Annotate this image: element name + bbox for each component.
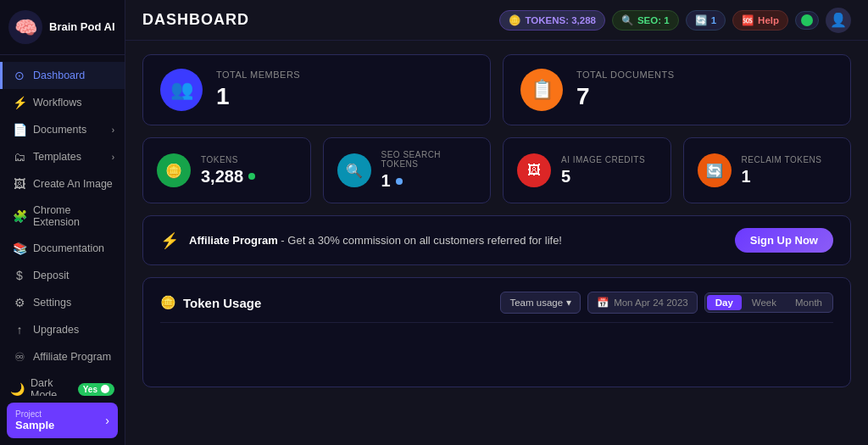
dashboard-content: 👥 TOTAL MEMBERS 1 📋 TOTAL DOCUMENTS 7 xyxy=(125,41,868,401)
workflows-icon: ⚡ xyxy=(13,96,26,109)
sidebar-item-create-image[interactable]: 🖼 Create An Image xyxy=(0,170,125,197)
moon-icon: 🌙 xyxy=(10,382,24,396)
ai-image-value: 5 xyxy=(561,167,645,186)
toggle-value: Yes xyxy=(83,385,97,394)
sidebar-item-label: Create An Image xyxy=(33,178,113,190)
chevron-right-icon: › xyxy=(112,125,114,135)
mini-stats-row: 🪙 TOKENS 3,288 🔍 SEO SEARCH TOKENS xyxy=(142,137,851,203)
period-tab-week[interactable]: Week xyxy=(743,295,785,310)
project-label: Project xyxy=(15,409,54,419)
help-icon: 🆘 xyxy=(742,14,754,26)
seo-tokens-card: 🔍 SEO SEARCH TOKENS 1 xyxy=(323,137,492,203)
total-documents-card: 📋 TOTAL DOCUMENTS 7 xyxy=(503,54,851,125)
documents-icon-circle: 📋 xyxy=(520,69,563,111)
ai-image-label: AI IMAGE CREDITS xyxy=(561,155,645,164)
period-tab-day[interactable]: Day xyxy=(707,295,742,310)
sidebar-item-documents[interactable]: 📄 Documents › xyxy=(0,116,125,143)
members-icon-circle: 👥 xyxy=(160,69,203,111)
sidebar-item-dashboard[interactable]: ⊙ Dashboard xyxy=(0,62,125,89)
members-info: TOTAL MEMBERS 1 xyxy=(216,70,300,110)
date-display: 📅 Mon Apr 24 2023 xyxy=(587,292,698,314)
dark-mode-label: Dark Mode xyxy=(31,377,71,396)
coins-icon: 🪙 xyxy=(509,14,520,26)
topbar-actions: 🪙 TOKENS: 3,288 🔍 SEO: 1 🔄 1 🆘 Help 👤 xyxy=(499,8,851,33)
signup-button[interactable]: Sign Up Now xyxy=(735,228,833,253)
project-name: Sample xyxy=(15,419,54,431)
svg-text:🧠: 🧠 xyxy=(14,16,38,39)
brain-pod-logo-icon: 🧠 xyxy=(8,10,42,44)
stats-row: 👥 TOTAL MEMBERS 1 📋 TOTAL DOCUMENTS 7 xyxy=(142,54,851,125)
token-usage-card: 🪙 Token Usage Team usage ▾ 📅 Mon Apr 24 … xyxy=(142,277,851,387)
docs-icon: 📚 xyxy=(13,242,26,255)
sync-badge[interactable]: 🔄 1 xyxy=(686,10,726,31)
token-usage-title: 🪙 Token Usage xyxy=(160,295,261,310)
documents-info: TOTAL DOCUMENTS 7 xyxy=(576,70,674,110)
seo-search-icon: 🔍 xyxy=(346,163,363,179)
seo-icon-circle: 🔍 xyxy=(337,153,371,187)
members-value: 1 xyxy=(216,83,300,110)
dark-mode-toggle[interactable]: Yes xyxy=(78,383,114,396)
affiliate-text: Affiliate Program - Get a 30% commission… xyxy=(189,234,725,247)
sidebar-item-affiliate[interactable]: ♾ Affiliate Program xyxy=(0,343,125,370)
affiliate-rest: - Get a 30% commission on all customers … xyxy=(278,234,562,247)
token-usage-title-text: Token Usage xyxy=(183,296,261,310)
ai-image-card: 🖼 AI IMAGE CREDITS 5 xyxy=(503,137,671,203)
ai-image-icon-circle: 🖼 xyxy=(517,153,551,187)
token-usage-controls: Team usage ▾ 📅 Mon Apr 24 2023 Day Week … xyxy=(500,292,833,314)
sidebar-item-deposit[interactable]: $ Deposit xyxy=(0,262,125,289)
page-title: DASHBOARD xyxy=(142,11,249,29)
tokens-icon: 🪙 xyxy=(165,163,182,179)
seo-badge[interactable]: 🔍 SEO: 1 xyxy=(612,10,679,31)
user-icon: 👤 xyxy=(830,12,847,28)
chevron-down-icon: ▾ xyxy=(566,297,571,309)
ai-image-info: AI IMAGE CREDITS 5 xyxy=(561,155,645,186)
sidebar: 🧠 Brain Pod AI ⊙ Dashboard ⚡ Workflows 📄… xyxy=(0,0,125,445)
tokens-value: TOKENS: 3,288 xyxy=(525,15,596,25)
help-label: Help xyxy=(758,15,779,25)
token-usage-header: 🪙 Token Usage Team usage ▾ 📅 Mon Apr 24 … xyxy=(160,292,833,314)
user-avatar[interactable]: 👤 xyxy=(826,8,851,33)
sync-icon: 🔄 xyxy=(695,14,707,26)
documents-label: TOTAL DOCUMENTS xyxy=(576,70,674,80)
green-indicator xyxy=(248,173,255,180)
team-usage-label: Team usage xyxy=(509,298,563,308)
sidebar-item-workflows[interactable]: ⚡ Workflows xyxy=(0,89,125,116)
sidebar-item-label: Chrome Extension xyxy=(33,204,114,228)
tokens-stat-label: TOKENS xyxy=(201,155,255,164)
project-switcher[interactable]: Project Sample › xyxy=(7,403,118,438)
sidebar-item-settings[interactable]: ⚙ Settings xyxy=(0,289,125,316)
token-usage-chart xyxy=(160,322,833,373)
sidebar-item-templates[interactable]: 🗂 Templates › xyxy=(0,143,125,170)
tokens-icon-circle: 🪙 xyxy=(157,153,191,187)
theme-toggle[interactable] xyxy=(795,11,819,30)
sidebar-item-documentation[interactable]: 📚 Documentation xyxy=(0,235,125,262)
reclaim-value: 1 xyxy=(742,167,822,186)
sync-value: 1 xyxy=(711,15,716,25)
deposit-icon: $ xyxy=(13,269,26,282)
sidebar-item-chrome-extension[interactable]: 🧩 Chrome Extension xyxy=(0,197,125,235)
team-usage-dropdown[interactable]: Team usage ▾ xyxy=(500,292,581,314)
affiliate-icon: ♾ xyxy=(13,350,26,364)
token-usage-icon: 🪙 xyxy=(160,295,176,310)
members-label: TOTAL MEMBERS xyxy=(216,70,300,80)
reclaim-info: RECLAIM TOKENS 1 xyxy=(742,155,822,186)
tokens-stat-value: 3,288 xyxy=(201,167,255,186)
topbar: DASHBOARD 🪙 TOKENS: 3,288 🔍 SEO: 1 🔄 1 🆘… xyxy=(125,0,868,41)
help-badge[interactable]: 🆘 Help xyxy=(732,10,788,31)
reclaim-icon-circle: 🔄 xyxy=(698,153,732,187)
chrome-icon: 🧩 xyxy=(13,209,26,223)
brand-name: Brain Pod AI xyxy=(49,20,115,34)
seo-stat-label: SEO SEARCH TOKENS xyxy=(381,150,477,169)
sidebar-item-label: Deposit xyxy=(33,270,69,281)
sidebar-item-label: Upgrades xyxy=(33,324,79,336)
sidebar-item-label: Documents xyxy=(33,124,86,136)
sidebar-item-label: Dashboard xyxy=(33,70,85,81)
sidebar-item-upgrades[interactable]: ↑ Upgrades xyxy=(0,316,125,343)
main-content: DASHBOARD 🪙 TOKENS: 3,288 🔍 SEO: 1 🔄 1 🆘… xyxy=(125,0,868,445)
templates-icon: 🗂 xyxy=(13,150,26,164)
tokens-badge[interactable]: 🪙 TOKENS: 3,288 xyxy=(499,10,605,31)
tokens-info: TOKENS 3,288 xyxy=(201,155,255,186)
settings-icon: ⚙ xyxy=(13,296,26,309)
period-tab-month[interactable]: Month xyxy=(787,295,831,310)
sidebar-logo: 🧠 Brain Pod AI xyxy=(0,0,125,55)
